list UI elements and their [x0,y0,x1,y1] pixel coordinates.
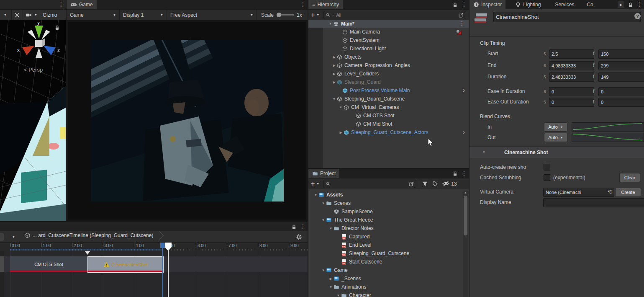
collapse-arrow[interactable]: ▼ [328,22,333,26]
collapse-arrow[interactable]: ▼ [321,201,326,205]
clip-cinemachineshot-selected[interactable]: CinemachineShot [87,256,164,273]
expand-arrow[interactable]: ▶ [338,131,344,134]
lock-icon[interactable] [628,2,633,8]
end-seconds-field[interactable]: 4.98333333 [549,61,594,70]
duration-frames-field[interactable]: 149 [598,72,644,82]
inspector-menu-kebab-icon[interactable]: ⋮ [636,2,642,8]
timeline-end-marker[interactable] [160,243,165,248]
scrollbar-thumb[interactable] [464,196,467,235]
hierarchy-row[interactable]: ▶ Sleeping_Guard [308,78,469,86]
scene-lock-icon[interactable] [54,25,60,31]
tool-dropdown-button[interactable]: ▼ [2,13,9,16]
clip-cm-ots-shot[interactable]: CM OTS Shot [10,256,87,272]
tab-inspector[interactable]: Inspector [470,0,505,9]
end-frames-field[interactable]: 299 [598,61,644,70]
ease-in-frames-field[interactable]: 0 [598,87,644,96]
project-row[interactable]: ▼ The Great Fleece [308,216,469,224]
collapse-arrow[interactable]: ▼ [336,294,341,297]
project-row[interactable]: SampleScene [308,207,469,216]
project-row[interactable]: Sleeping_Guard_Cutscene [308,249,469,258]
ease-out-frames-field[interactable]: 0 [598,98,644,107]
collapse-arrow[interactable]: ▼ [321,269,326,272]
tab-collab-truncated[interactable]: Co [583,0,593,9]
lock-icon[interactable] [452,171,458,176]
hierarchy-row[interactable]: ▶ Objects [308,53,469,61]
expand-arrow[interactable]: ▶ [331,80,337,84]
expand-arrow[interactable]: ▶ [331,64,337,67]
scene-kebab-icon[interactable]: ⋮ [459,21,465,26]
create-vcam-button[interactable]: Create [615,188,641,197]
ease-in-seconds-field[interactable]: 0 [549,87,594,96]
camera-gizmo-icon[interactable] [456,29,462,35]
lock-icon[interactable] [291,224,297,230]
open-search-window-icon[interactable] [458,12,464,18]
expand-arrow[interactable]: ▶ [331,72,337,76]
tab-lighting[interactable]: Lighting [511,0,544,9]
collapse-arrow[interactable]: ▼ [328,227,334,230]
game-viewport[interactable] [67,20,308,221]
cinemachine-shot-foldout[interactable]: ▼ Cinemachine Shot [470,146,644,158]
hierarchy-row[interactable]: ▼ CM_Virtual_Cameras [308,103,469,111]
virtual-camera-dropdown-caret[interactable]: ▼ [607,190,610,193]
gear-icon[interactable] [295,234,302,240]
perspective-label[interactable]: < Persp [24,67,43,73]
tools-icon[interactable] [14,12,20,18]
clip-name-field[interactable] [493,12,641,22]
project-row[interactable]: ▼ Director Notes [308,224,469,232]
hierarchy-row[interactable]: Post Process Volume Main › [308,86,469,95]
search-by-label-icon[interactable] [432,181,438,187]
scene-menu-kebab-icon[interactable]: ⋮ [58,2,64,8]
project-row[interactable]: ▶ _Scenes [308,274,469,283]
project-menu-kebab-icon[interactable]: ⋮ [461,170,467,176]
project-row[interactable]: ▼ Scenes [308,199,469,207]
virtual-camera-object-field[interactable]: None (Cinemachi ⊙ [543,188,614,197]
duration-seconds-field[interactable]: 2.48333333 [549,72,594,82]
hierarchy-row[interactable]: CM OTS Shot [308,111,469,120]
open-search-window-icon[interactable] [408,181,414,187]
timeline-menu-kebab-icon[interactable]: ⋮ [300,224,306,230]
help-icon[interactable]: ? [634,13,641,19]
project-row[interactable]: ▼ Game [308,266,469,274]
auto-create-checkbox[interactable] [544,164,550,170]
gizmos-dropdown[interactable]: Gizmo [43,12,57,18]
project-scrollbar[interactable]: ▲ [463,191,468,297]
hierarchy-row[interactable]: Main Camera [308,28,469,36]
blend-in-curve-field[interactable] [572,122,644,132]
collapse-arrow[interactable]: ▼ [331,97,337,101]
collapse-arrow[interactable]: ▼ [481,150,487,154]
display-name-field[interactable] [543,198,644,207]
hierarchy-search[interactable]: ▼ [323,11,466,19]
game-mode-dropdown[interactable]: Game▼ [67,12,119,18]
blend-out-mode-dropdown[interactable]: Auto▼ [544,133,567,142]
breadcrumb[interactable]: ... ard_CutsceneTimeline (Sleeping_Guard… [24,232,162,238]
create-button[interactable]: + [311,181,315,187]
collapse-arrow[interactable]: ▼ [313,193,318,197]
hierarchy-row[interactable]: EventSystem [308,36,469,44]
collapse-arrow[interactable]: ▼ [338,106,344,109]
search-by-type-icon[interactable] [422,181,428,187]
project-search-input[interactable] [332,181,407,187]
tab-hierarchy[interactable]: ≡ Hierarchy [308,0,343,9]
project-row[interactable]: ▼ Assets [308,191,469,199]
tab-game[interactable]: Game [67,0,97,9]
create-button[interactable]: + [311,12,315,18]
blend-out-curve-field[interactable] [572,133,644,142]
project-row[interactable]: Captured [308,232,469,241]
start-frames-field[interactable]: 150 [598,49,644,59]
collapse-arrow[interactable]: ▼ [328,285,334,289]
project-row[interactable]: Start Cutscene [308,258,469,266]
hierarchy-row[interactable]: ▶ Camera_Progression_Angles [308,61,469,70]
collapse-arrow[interactable]: ▼ [321,218,326,222]
game-menu-kebab-icon[interactable]: ⋮ [300,2,306,8]
project-row[interactable]: ▼ Animations [308,283,469,291]
start-seconds-field[interactable]: 2.5 [549,49,594,59]
timeline-dropdown-caret[interactable]: ▼ [12,235,15,238]
create-dropdown-caret[interactable]: ▼ [316,182,319,185]
project-row[interactable]: ▼ Character [308,291,469,297]
scene-viewport[interactable]: y x z < Persp [0,20,66,221]
hierarchy-row[interactable]: CM Mid Shot [308,120,469,128]
tab-overflow-button[interactable]: ▶ [618,1,624,8]
clear-button[interactable]: Clear [619,173,640,182]
tab-services[interactable]: Services [551,0,578,9]
hierarchy-row[interactable]: Directional Light [308,44,469,53]
